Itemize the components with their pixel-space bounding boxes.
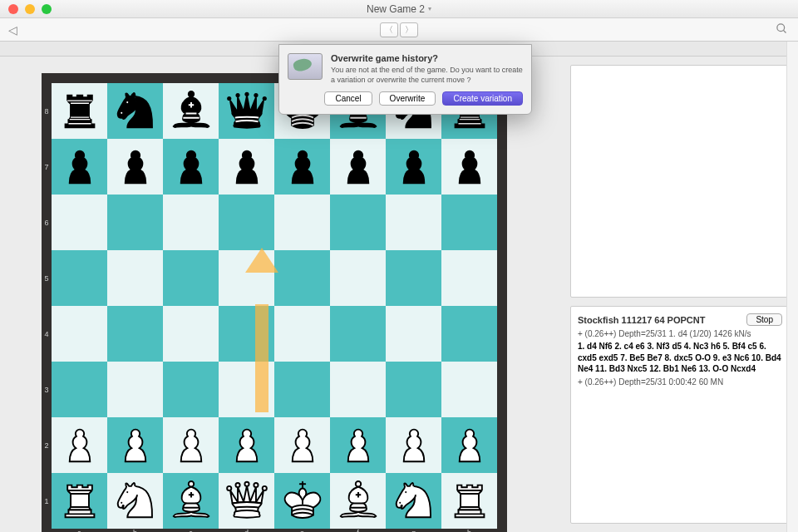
square-c3[interactable] (163, 362, 219, 417)
square-h5[interactable] (441, 250, 497, 306)
square-c7[interactable] (163, 139, 219, 195)
square-a7[interactable] (52, 139, 107, 195)
square-b8[interactable] (107, 83, 163, 139)
piece-wP[interactable] (390, 420, 438, 471)
square-g2[interactable] (386, 417, 441, 473)
window-title[interactable]: New Game 2▾ (367, 3, 431, 15)
square-f5[interactable] (330, 250, 386, 306)
square-h2[interactable] (441, 417, 497, 473)
square-g7[interactable] (386, 139, 441, 195)
square-d2[interactable] (219, 417, 274, 473)
piece-wN[interactable] (111, 475, 160, 527)
scrollbar[interactable] (786, 42, 798, 532)
square-g3[interactable] (386, 362, 441, 417)
piece-wR[interactable] (446, 475, 494, 527)
piece-wP[interactable] (446, 420, 494, 471)
square-d8[interactable] (219, 83, 274, 139)
square-g6[interactable] (386, 195, 441, 250)
square-g1[interactable] (386, 473, 441, 529)
square-b4[interactable] (107, 306, 163, 362)
square-e3[interactable] (274, 362, 330, 417)
piece-bP[interactable] (446, 141, 494, 193)
piece-bR[interactable] (56, 86, 104, 137)
minimize-icon[interactable] (25, 4, 35, 14)
square-e5[interactable] (274, 250, 330, 306)
square-b5[interactable] (107, 250, 163, 306)
piece-wP[interactable] (334, 420, 382, 471)
piece-bP[interactable] (167, 141, 215, 193)
overwrite-button[interactable]: Overwrite (379, 91, 436, 106)
square-d6[interactable] (219, 195, 274, 250)
square-h7[interactable] (441, 139, 497, 195)
square-g4[interactable] (386, 306, 441, 362)
square-d7[interactable] (219, 139, 274, 195)
square-a4[interactable] (52, 306, 107, 362)
create-variation-button[interactable]: Create variation (442, 91, 523, 106)
piece-bP[interactable] (390, 141, 438, 193)
back-triangle-icon[interactable]: ◁ (8, 23, 17, 37)
piece-wP[interactable] (223, 420, 271, 471)
square-h1[interactable] (441, 473, 497, 529)
piece-bP[interactable] (223, 141, 271, 193)
square-d3[interactable] (219, 362, 274, 417)
piece-bP[interactable] (111, 141, 160, 193)
notation-panel[interactable] (570, 65, 790, 298)
piece-wP[interactable] (111, 420, 160, 471)
piece-wP[interactable] (167, 420, 215, 471)
piece-wQ[interactable] (223, 475, 271, 527)
next-button[interactable]: 〉 (400, 22, 418, 37)
square-e6[interactable] (274, 195, 330, 250)
square-h3[interactable] (441, 362, 497, 417)
square-c6[interactable] (163, 195, 219, 250)
cancel-button[interactable]: Cancel (324, 91, 372, 106)
piece-bN[interactable] (111, 86, 160, 137)
piece-wK[interactable] (278, 475, 327, 527)
piece-wB[interactable] (334, 475, 382, 527)
square-h6[interactable] (441, 195, 497, 250)
square-e7[interactable] (274, 139, 330, 195)
chess-board[interactable]: 87654321 abcdefgh (42, 73, 507, 532)
square-b7[interactable] (107, 139, 163, 195)
piece-wN[interactable] (390, 475, 438, 527)
square-c8[interactable] (163, 83, 219, 139)
square-f2[interactable] (330, 417, 386, 473)
search-icon[interactable] (776, 22, 788, 37)
square-a1[interactable] (52, 473, 107, 529)
square-f3[interactable] (330, 362, 386, 417)
square-f4[interactable] (330, 306, 386, 362)
square-b3[interactable] (107, 362, 163, 417)
piece-bB[interactable] (167, 86, 215, 137)
square-f7[interactable] (330, 139, 386, 195)
square-b6[interactable] (107, 195, 163, 250)
piece-wR[interactable] (56, 475, 104, 527)
piece-bP[interactable] (56, 141, 104, 193)
square-e4[interactable] (274, 306, 330, 362)
square-c4[interactable] (163, 306, 219, 362)
piece-wP[interactable] (278, 420, 327, 471)
piece-bP[interactable] (278, 141, 327, 193)
square-e1[interactable] (274, 473, 330, 529)
square-c1[interactable] (163, 473, 219, 529)
square-d4[interactable] (219, 306, 274, 362)
square-a5[interactable] (52, 250, 107, 306)
square-a6[interactable] (52, 195, 107, 250)
close-icon[interactable] (8, 4, 18, 14)
square-b2[interactable] (107, 417, 163, 473)
square-a2[interactable] (52, 417, 107, 473)
square-f1[interactable] (330, 473, 386, 529)
square-a3[interactable] (52, 362, 107, 417)
piece-wB[interactable] (167, 475, 215, 527)
square-c2[interactable] (163, 417, 219, 473)
piece-wP[interactable] (56, 420, 104, 471)
square-h4[interactable] (441, 306, 497, 362)
prev-button[interactable]: 〈 (380, 22, 398, 37)
zoom-icon[interactable] (42, 4, 52, 14)
square-d5[interactable] (219, 250, 274, 306)
square-b1[interactable] (107, 473, 163, 529)
square-a8[interactable] (52, 83, 107, 139)
square-g5[interactable] (386, 250, 441, 306)
square-f6[interactable] (330, 195, 386, 250)
square-c5[interactable] (163, 250, 219, 306)
square-d1[interactable] (219, 473, 274, 529)
piece-bQ[interactable] (223, 86, 271, 137)
